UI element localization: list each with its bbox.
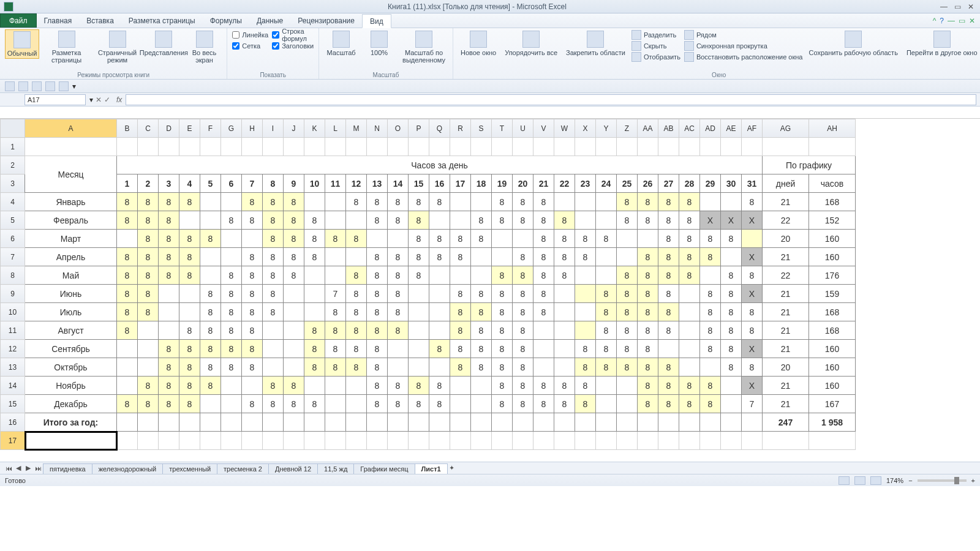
cell[interactable]: 8: [679, 211, 700, 230]
cell[interactable]: [284, 432, 304, 450]
cell[interactable]: [304, 377, 325, 395]
cell[interactable]: 8: [304, 211, 325, 230]
cell[interactable]: [513, 230, 533, 248]
ribbon-small-button[interactable]: Отобразить: [631, 51, 680, 62]
restore-icon[interactable]: ▭: [952, 2, 963, 11]
minimize-icon[interactable]: —: [938, 2, 949, 11]
cell[interactable]: 8: [138, 248, 159, 266]
cell[interactable]: 8: [638, 321, 658, 340]
cell[interactable]: 8: [117, 211, 138, 230]
qat-dropdown-icon[interactable]: ▾: [72, 82, 76, 91]
cell[interactable]: 8: [138, 303, 159, 321]
cell[interactable]: [409, 321, 429, 340]
cell[interactable]: 8: [492, 211, 513, 230]
row-header[interactable]: 5: [1, 211, 25, 230]
cell[interactable]: 8: [596, 321, 617, 340]
row-header[interactable]: 11: [1, 321, 25, 340]
cell[interactable]: [679, 285, 700, 303]
cell[interactable]: 8: [554, 395, 575, 413]
cell[interactable]: 8: [492, 377, 513, 395]
cell[interactable]: 8: [346, 321, 367, 340]
cell[interactable]: 8: [575, 377, 596, 395]
cell[interactable]: 160: [809, 340, 856, 358]
accept-formula-icon[interactable]: ✓: [104, 96, 110, 104]
cell[interactable]: [533, 432, 554, 450]
cell[interactable]: [346, 432, 367, 450]
cell[interactable]: 8: [179, 193, 200, 211]
cell[interactable]: [221, 413, 242, 432]
cell[interactable]: [179, 138, 200, 156]
cell[interactable]: 8: [263, 211, 284, 230]
cell[interactable]: 21: [763, 303, 809, 321]
cell[interactable]: [700, 138, 721, 156]
column-header[interactable]: Q: [429, 119, 450, 138]
cell[interactable]: 30: [721, 174, 742, 193]
cell[interactable]: 8: [179, 248, 200, 266]
cell[interactable]: 8: [346, 193, 367, 211]
cell[interactable]: 14: [388, 174, 409, 193]
menu-tab[interactable]: Формулы: [203, 13, 249, 28]
cell[interactable]: 8: [617, 193, 638, 211]
cell[interactable]: [700, 432, 721, 450]
cell[interactable]: Июнь: [25, 285, 117, 303]
cell[interactable]: [679, 303, 700, 321]
cell[interactable]: 8: [742, 266, 763, 285]
cell[interactable]: 8: [367, 321, 388, 340]
cell[interactable]: 8: [179, 377, 200, 395]
tab-nav-prev-icon[interactable]: ◀: [13, 464, 23, 472]
cell[interactable]: [409, 413, 429, 432]
cell[interactable]: 8: [304, 340, 325, 358]
cell[interactable]: [429, 138, 450, 156]
cell[interactable]: [450, 432, 471, 450]
cell[interactable]: [721, 138, 742, 156]
cell[interactable]: 160: [809, 248, 856, 266]
worksheet[interactable]: ABCDEFGHIJKLMNOPQRSTUVWXYZAAABACADAEAFAG…: [0, 119, 980, 462]
cell[interactable]: 8: [658, 358, 679, 377]
cell[interactable]: 29: [700, 174, 721, 193]
cell[interactable]: 8: [513, 395, 533, 413]
cell[interactable]: X: [742, 377, 763, 395]
cell[interactable]: [388, 358, 409, 377]
ribbon-button[interactable]: Масштаб: [324, 29, 358, 58]
cell[interactable]: 22: [763, 211, 809, 230]
cell[interactable]: [429, 303, 450, 321]
cell[interactable]: 20: [763, 358, 809, 377]
cell[interactable]: 8: [513, 211, 533, 230]
cell[interactable]: [554, 321, 575, 340]
cell[interactable]: 8: [325, 230, 346, 248]
cell[interactable]: [638, 432, 658, 450]
cell[interactable]: 4: [179, 174, 200, 193]
cell[interactable]: [554, 193, 575, 211]
cell[interactable]: 8: [533, 266, 554, 285]
cell[interactable]: 8: [409, 248, 429, 266]
ribbon-checkbox[interactable]: Сетка: [232, 40, 268, 51]
cell[interactable]: 8: [179, 321, 200, 340]
cell[interactable]: [367, 138, 388, 156]
cell[interactable]: [679, 321, 700, 340]
cell[interactable]: [325, 413, 346, 432]
ribbon-button[interactable]: 100%: [362, 29, 396, 58]
cell[interactable]: [492, 413, 513, 432]
cell[interactable]: 8: [533, 230, 554, 248]
menu-tab[interactable]: Вид: [362, 14, 391, 28]
cell[interactable]: [679, 413, 700, 432]
column-header[interactable]: S: [471, 119, 492, 138]
ribbon-button[interactable]: Масштаб по выделенному: [400, 29, 448, 65]
cell[interactable]: [117, 377, 138, 395]
cell[interactable]: [346, 248, 367, 266]
cell[interactable]: 8: [263, 266, 284, 285]
row-header[interactable]: 4: [1, 193, 25, 211]
cell[interactable]: [554, 358, 575, 377]
row-header[interactable]: 14: [1, 377, 25, 395]
cell[interactable]: 8: [325, 340, 346, 358]
row-header[interactable]: 1: [1, 138, 25, 156]
ribbon-button[interactable]: Страничный режим: [94, 29, 141, 65]
cell[interactable]: [450, 395, 471, 413]
column-header[interactable]: T: [492, 119, 513, 138]
cell[interactable]: 21: [533, 174, 554, 193]
cell[interactable]: 168: [809, 321, 856, 340]
zoom-slider[interactable]: [918, 479, 967, 482]
row-header[interactable]: 17: [1, 432, 25, 450]
cell[interactable]: 8: [658, 248, 679, 266]
cell[interactable]: [304, 193, 325, 211]
